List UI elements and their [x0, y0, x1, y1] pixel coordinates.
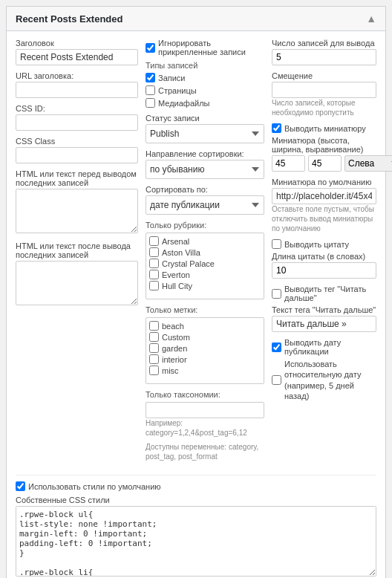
url-input[interactable] — [16, 82, 138, 98]
tag-garden-label: garden — [162, 344, 187, 353]
thumbnail-size-group: Миниатюра (высота, ширина, выравнивание)… — [272, 136, 376, 172]
css-id-field-group: CSS ID: — [16, 104, 138, 131]
more-text-input[interactable] — [272, 316, 376, 332]
tag-garden-checkbox[interactable] — [149, 343, 159, 353]
tag-misc-checkbox[interactable] — [149, 366, 159, 375]
post-type-media: Медиафайлы — [146, 98, 264, 108]
thumbnail-label: Выводить миниатюру — [284, 124, 366, 133]
thumbnail-url-input[interactable] — [272, 188, 376, 204]
post-types-label: Типы записей — [146, 61, 264, 70]
tag-beach-checkbox[interactable] — [149, 321, 159, 331]
left-column: Заголовок URL заголовка: CSS ID: CSS Cla… — [16, 39, 138, 467]
show-quote-row: Выводить цитату — [272, 239, 376, 249]
thumbnail-url-hint: Оставьте поле пустым, чтобы отключить вы… — [272, 204, 376, 233]
show-date-checkbox[interactable] — [272, 342, 281, 352]
tag-interior-label: interior — [162, 355, 187, 364]
title-input[interactable] — [16, 49, 138, 65]
cat-crystal-palace: Crystal Palace — [149, 259, 261, 268]
cat-everton: Everton — [149, 270, 261, 279]
show-more-label: Выводить тег "Читать дальше" — [284, 285, 376, 302]
thumbnail-url-label: Миниатюра по умолчанию — [272, 178, 376, 186]
cat-hullcity-checkbox[interactable] — [149, 281, 159, 290]
html-before-label: HTML или текст перед выводом последних з… — [16, 169, 138, 187]
cat-astonvilla-checkbox[interactable] — [149, 247, 159, 257]
post-type-pages-checkbox[interactable] — [146, 85, 155, 95]
thumbnail-row: Выводить миниатюру — [272, 123, 376, 133]
thumbnail-checkbox[interactable] — [272, 123, 281, 133]
post-type-zapiski: Записи — [146, 73, 264, 82]
widget-title: Recent Posts Extended — [16, 13, 123, 25]
tag-interior-checkbox[interactable] — [149, 354, 159, 364]
sort-direction-group: Направление сортировки: по убыванию по в… — [146, 149, 264, 179]
mid-column: Игнорировать прикрепленные записи Типы з… — [146, 39, 264, 467]
categories-group: Только рубрики: Arsenal Aston Villa C — [146, 221, 264, 299]
show-date-row: Выводить дату публикации — [272, 338, 376, 356]
html-after-label: HTML или текст после вывода последних за… — [16, 241, 138, 259]
show-quote-checkbox[interactable] — [272, 239, 281, 249]
tags-list[interactable]: beach Custom garden interior — [146, 317, 264, 384]
cat-hull-city: Hull City — [149, 281, 261, 290]
html-before-field-group: HTML или текст перед выводом последних з… — [16, 169, 138, 236]
use-default-styles-row: Использовать стили по умолчанию — [16, 481, 376, 491]
css-class-input[interactable] — [16, 147, 138, 163]
thumbnail-height-input[interactable] — [308, 155, 342, 172]
css-id-input[interactable] — [16, 114, 138, 131]
right-column: Число записей для вывода Смещение Число … — [272, 39, 376, 467]
html-before-textarea[interactable] — [16, 189, 138, 233]
cat-crystalpalace-checkbox[interactable] — [149, 259, 159, 268]
show-more-row: Выводить тег "Читать дальше" — [272, 285, 376, 302]
cat-astonvilla-label: Aston Villa — [162, 248, 200, 257]
more-text-group: Текст тега "Читать дальше" — [272, 305, 376, 332]
post-type-pages-label: Страницы — [158, 86, 197, 95]
cat-arsenal: Arsenal — [149, 236, 261, 246]
own-css-group: Собственные CSS стили .rpwe-block ul{ li… — [16, 496, 376, 578]
cat-crystalpalace-label: Crystal Palace — [162, 259, 215, 268]
tag-misc: misc — [149, 366, 261, 375]
sort-by-group: Сортировать по: дате публикации названию… — [146, 185, 264, 215]
thumbnail-width-input[interactable] — [272, 155, 305, 172]
ignore-pinned-checkbox[interactable] — [146, 43, 155, 53]
taxonomies-group: Только таксономии: Например: category=1,… — [146, 390, 264, 461]
quote-length-label: Длина цитаты (в словах) — [272, 252, 376, 261]
tag-custom: Custom — [149, 332, 261, 342]
sort-by-select[interactable]: дате публикации названию случайно — [146, 195, 264, 215]
relative-date-row: Использовать относительную дату (наприме… — [272, 359, 376, 401]
cat-everton-checkbox[interactable] — [149, 270, 159, 279]
url-label: URL заголовка: — [16, 71, 138, 80]
offset-input[interactable] — [272, 82, 376, 98]
tags-label: Только метки: — [146, 305, 264, 314]
tag-beach-label: beach — [162, 322, 184, 331]
css-class-field-group: CSS Class — [16, 137, 138, 163]
post-status-label: Статус записи — [146, 114, 264, 123]
post-type-posts-checkbox[interactable] — [146, 73, 155, 82]
show-date-label: Выводить дату публикации — [284, 338, 376, 356]
num-posts-input[interactable] — [272, 49, 376, 65]
taxonomies-input[interactable] — [146, 402, 264, 418]
quote-length-input[interactable] — [272, 262, 376, 279]
url-field-group: URL заголовка: — [16, 71, 138, 98]
categories-list[interactable]: Arsenal Aston Villa Crystal Palace — [146, 233, 264, 299]
cat-arsenal-checkbox[interactable] — [149, 236, 159, 246]
cat-aston-villa: Aston Villa — [149, 247, 261, 257]
post-type-media-checkbox[interactable] — [146, 98, 155, 108]
cat-everton-label: Everton — [162, 270, 190, 279]
relative-date-checkbox[interactable] — [272, 375, 281, 385]
post-type-posts-label: Записи — [158, 74, 186, 82]
use-default-styles-checkbox[interactable] — [16, 481, 25, 491]
thumbnail-size-label: Миниатюра (высота, ширина, выравнивание) — [272, 136, 376, 154]
sort-direction-select[interactable]: по убыванию по возрастанию — [146, 160, 264, 179]
collapse-icon: ▲ — [366, 13, 376, 25]
post-status-select[interactable]: Publish Draft Private — [146, 124, 264, 143]
thumbnail-align-select[interactable]: Слева Справа По центру — [344, 155, 392, 172]
show-more-checkbox[interactable] — [272, 289, 281, 299]
widget-container: Recent Posts Extended ▲ Заголовок URL за… — [6, 6, 386, 578]
cat-arsenal-label: Arsenal — [162, 237, 189, 246]
tag-custom-checkbox[interactable] — [149, 332, 159, 342]
offset-label: Смещение — [272, 71, 376, 80]
own-css-textarea[interactable]: .rpwe-block ul{ list-style: none !import… — [16, 506, 376, 577]
post-type-media-label: Медиафайлы — [158, 99, 209, 108]
html-after-textarea[interactable] — [16, 261, 138, 305]
more-text-label: Текст тега "Читать дальше" — [272, 305, 376, 314]
widget-header[interactable]: Recent Posts Extended ▲ — [7, 7, 385, 31]
categories-label: Только рубрики: — [146, 221, 264, 230]
